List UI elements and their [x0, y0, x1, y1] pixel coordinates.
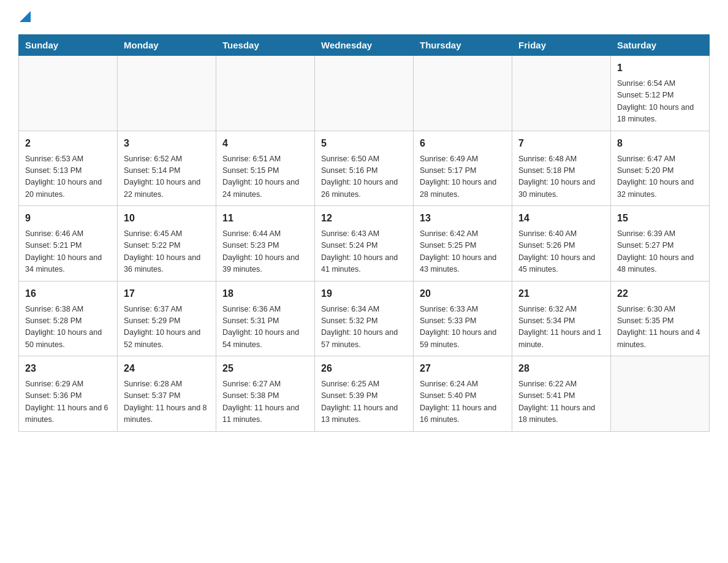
- day-info: Sunrise: 6:50 AMSunset: 5:16 PMDaylight:…: [321, 153, 407, 201]
- day-number: 27: [420, 361, 506, 376]
- calendar-cell: 24Sunrise: 6:28 AMSunset: 5:37 PMDayligh…: [118, 356, 216, 432]
- calendar-cell: 1Sunrise: 6:54 AMSunset: 5:12 PMDaylight…: [611, 56, 710, 131]
- calendar-cell: 6Sunrise: 6:49 AMSunset: 5:17 PMDaylight…: [414, 131, 512, 206]
- day-info: Sunrise: 6:51 AMSunset: 5:15 PMDaylight:…: [222, 153, 308, 201]
- day-info: Sunrise: 6:36 AMSunset: 5:31 PMDaylight:…: [222, 304, 308, 351]
- day-number: 22: [617, 286, 703, 301]
- calendar-cell: [512, 56, 611, 131]
- calendar-cell: 26Sunrise: 6:25 AMSunset: 5:39 PMDayligh…: [315, 356, 414, 432]
- calendar-cell: 11Sunrise: 6:44 AMSunset: 5:23 PMDayligh…: [216, 206, 315, 282]
- weekday-header-tuesday: Tuesday: [216, 35, 315, 56]
- day-info: Sunrise: 6:45 AMSunset: 5:22 PMDaylight:…: [124, 228, 210, 276]
- day-info: Sunrise: 6:43 AMSunset: 5:24 PMDaylight:…: [321, 228, 407, 276]
- calendar-cell: 3Sunrise: 6:52 AMSunset: 5:14 PMDaylight…: [118, 131, 216, 206]
- day-info: Sunrise: 6:40 AMSunset: 5:26 PMDaylight:…: [518, 228, 604, 276]
- calendar-cell: 8Sunrise: 6:47 AMSunset: 5:20 PMDaylight…: [611, 131, 710, 206]
- calendar-cell: [611, 356, 710, 432]
- day-number: 19: [321, 286, 407, 301]
- day-info: Sunrise: 6:44 AMSunset: 5:23 PMDaylight:…: [222, 228, 308, 276]
- calendar-cell: 20Sunrise: 6:33 AMSunset: 5:33 PMDayligh…: [414, 281, 512, 356]
- week-row-2: 2Sunrise: 6:53 AMSunset: 5:13 PMDaylight…: [19, 131, 710, 206]
- day-number: 2: [25, 136, 111, 151]
- logo-triangle-icon: [20, 11, 31, 22]
- week-row-1: 1Sunrise: 6:54 AMSunset: 5:12 PMDaylight…: [19, 56, 710, 131]
- calendar-cell: 19Sunrise: 6:34 AMSunset: 5:32 PMDayligh…: [315, 281, 414, 356]
- day-number: 25: [222, 361, 308, 376]
- calendar-cell: 27Sunrise: 6:24 AMSunset: 5:40 PMDayligh…: [414, 356, 512, 432]
- day-number: 20: [420, 286, 506, 301]
- day-info: Sunrise: 6:46 AMSunset: 5:21 PMDaylight:…: [25, 228, 111, 276]
- day-number: 17: [124, 286, 210, 301]
- weekday-header-row: SundayMondayTuesdayWednesdayThursdayFrid…: [19, 35, 710, 56]
- calendar-cell: [414, 56, 512, 131]
- day-number: 7: [518, 136, 604, 151]
- calendar-cell: 17Sunrise: 6:37 AMSunset: 5:29 PMDayligh…: [118, 281, 216, 356]
- day-number: 9: [25, 211, 111, 226]
- week-row-3: 9Sunrise: 6:46 AMSunset: 5:21 PMDaylight…: [19, 206, 710, 282]
- calendar-cell: [19, 56, 118, 131]
- day-info: Sunrise: 6:30 AMSunset: 5:35 PMDaylight:…: [617, 304, 703, 351]
- day-number: 1: [617, 61, 703, 75]
- day-info: Sunrise: 6:29 AMSunset: 5:36 PMDaylight:…: [25, 378, 111, 426]
- day-info: Sunrise: 6:28 AMSunset: 5:37 PMDaylight:…: [124, 378, 210, 426]
- day-number: 3: [124, 136, 210, 151]
- day-number: 5: [321, 136, 407, 151]
- day-info: Sunrise: 6:52 AMSunset: 5:14 PMDaylight:…: [124, 153, 210, 201]
- day-info: Sunrise: 6:54 AMSunset: 5:12 PMDaylight:…: [617, 78, 703, 126]
- calendar-cell: 21Sunrise: 6:32 AMSunset: 5:34 PMDayligh…: [512, 281, 611, 356]
- day-info: Sunrise: 6:47 AMSunset: 5:20 PMDaylight:…: [617, 153, 703, 201]
- calendar-cell: 13Sunrise: 6:42 AMSunset: 5:25 PMDayligh…: [414, 206, 512, 282]
- day-info: Sunrise: 6:53 AMSunset: 5:13 PMDaylight:…: [25, 153, 111, 201]
- calendar-table: SundayMondayTuesdayWednesdayThursdayFrid…: [18, 34, 710, 432]
- day-info: Sunrise: 6:39 AMSunset: 5:27 PMDaylight:…: [617, 228, 703, 276]
- day-info: Sunrise: 6:25 AMSunset: 5:39 PMDaylight:…: [321, 378, 407, 426]
- calendar-cell: [118, 56, 216, 131]
- calendar-cell: 12Sunrise: 6:43 AMSunset: 5:24 PMDayligh…: [315, 206, 414, 282]
- day-info: Sunrise: 6:38 AMSunset: 5:28 PMDaylight:…: [25, 304, 111, 351]
- calendar-cell: 14Sunrise: 6:40 AMSunset: 5:26 PMDayligh…: [512, 206, 611, 282]
- weekday-header-wednesday: Wednesday: [315, 35, 414, 56]
- svg-marker-0: [20, 11, 31, 22]
- weekday-header-friday: Friday: [512, 35, 611, 56]
- calendar-cell: 7Sunrise: 6:48 AMSunset: 5:18 PMDaylight…: [512, 131, 611, 206]
- day-number: 16: [25, 286, 111, 301]
- calendar-cell: 23Sunrise: 6:29 AMSunset: 5:36 PMDayligh…: [19, 356, 118, 432]
- weekday-header-saturday: Saturday: [611, 35, 710, 56]
- calendar-cell: 22Sunrise: 6:30 AMSunset: 5:35 PMDayligh…: [611, 281, 710, 356]
- day-info: Sunrise: 6:27 AMSunset: 5:38 PMDaylight:…: [222, 378, 308, 426]
- day-number: 24: [124, 361, 210, 376]
- day-info: Sunrise: 6:48 AMSunset: 5:18 PMDaylight:…: [518, 153, 604, 201]
- calendar-cell: 15Sunrise: 6:39 AMSunset: 5:27 PMDayligh…: [611, 206, 710, 282]
- day-number: 6: [420, 136, 506, 151]
- day-number: 13: [420, 211, 506, 226]
- day-number: 8: [617, 136, 703, 151]
- weekday-header-sunday: Sunday: [19, 35, 118, 56]
- calendar-cell: 28Sunrise: 6:22 AMSunset: 5:41 PMDayligh…: [512, 356, 611, 432]
- calendar-cell: [216, 56, 315, 131]
- logo: [18, 12, 31, 22]
- day-info: Sunrise: 6:33 AMSunset: 5:33 PMDaylight:…: [420, 304, 506, 351]
- day-number: 4: [222, 136, 308, 151]
- calendar-cell: 16Sunrise: 6:38 AMSunset: 5:28 PMDayligh…: [19, 281, 118, 356]
- calendar-cell: 4Sunrise: 6:51 AMSunset: 5:15 PMDaylight…: [216, 131, 315, 206]
- day-number: 15: [617, 211, 703, 226]
- calendar-cell: 25Sunrise: 6:27 AMSunset: 5:38 PMDayligh…: [216, 356, 315, 432]
- day-number: 10: [124, 211, 210, 226]
- day-number: 18: [222, 286, 308, 301]
- day-info: Sunrise: 6:24 AMSunset: 5:40 PMDaylight:…: [420, 378, 506, 426]
- day-info: Sunrise: 6:42 AMSunset: 5:25 PMDaylight:…: [420, 228, 506, 276]
- day-info: Sunrise: 6:49 AMSunset: 5:17 PMDaylight:…: [420, 153, 506, 201]
- day-number: 28: [518, 361, 604, 376]
- day-info: Sunrise: 6:34 AMSunset: 5:32 PMDaylight:…: [321, 304, 407, 351]
- day-number: 11: [222, 211, 308, 226]
- calendar-cell: 9Sunrise: 6:46 AMSunset: 5:21 PMDaylight…: [19, 206, 118, 282]
- calendar-cell: [315, 56, 414, 131]
- page-header: [18, 12, 710, 22]
- day-info: Sunrise: 6:32 AMSunset: 5:34 PMDaylight:…: [518, 304, 604, 351]
- day-number: 14: [518, 211, 604, 226]
- calendar-cell: 2Sunrise: 6:53 AMSunset: 5:13 PMDaylight…: [19, 131, 118, 206]
- day-info: Sunrise: 6:22 AMSunset: 5:41 PMDaylight:…: [518, 378, 604, 426]
- weekday-header-monday: Monday: [118, 35, 216, 56]
- weekday-header-thursday: Thursday: [414, 35, 512, 56]
- day-number: 21: [518, 286, 604, 301]
